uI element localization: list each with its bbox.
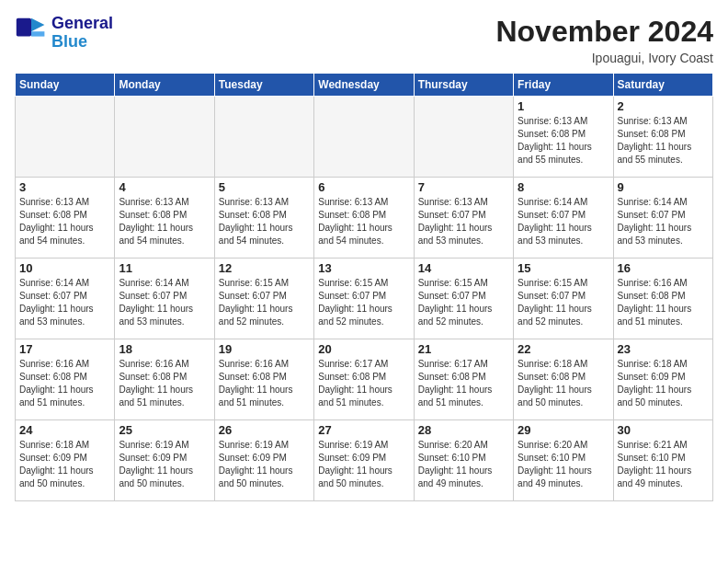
calendar-week-row: 3Sunrise: 6:13 AM Sunset: 6:08 PM Daylig… xyxy=(16,178,713,259)
calendar-cell: 24Sunrise: 6:18 AM Sunset: 6:09 PM Dayli… xyxy=(16,420,115,501)
day-info: Sunrise: 6:14 AM Sunset: 6:07 PM Dayligh… xyxy=(19,277,110,328)
calendar-cell: 1Sunrise: 6:13 AM Sunset: 6:08 PM Daylig… xyxy=(514,97,613,178)
calendar-cell: 29Sunrise: 6:20 AM Sunset: 6:10 PM Dayli… xyxy=(514,420,613,501)
day-info: Sunrise: 6:13 AM Sunset: 6:08 PM Dayligh… xyxy=(19,196,110,247)
weekday-header: Thursday xyxy=(414,74,513,97)
weekday-header: Saturday xyxy=(613,74,712,97)
calendar-cell: 22Sunrise: 6:18 AM Sunset: 6:08 PM Dayli… xyxy=(514,339,613,420)
day-info: Sunrise: 6:19 AM Sunset: 6:09 PM Dayligh… xyxy=(219,439,310,490)
calendar-cell: 2Sunrise: 6:13 AM Sunset: 6:08 PM Daylig… xyxy=(613,97,712,178)
logo-icon xyxy=(15,17,48,50)
calendar-cell: 17Sunrise: 6:16 AM Sunset: 6:08 PM Dayli… xyxy=(16,339,115,420)
day-number: 5 xyxy=(219,180,310,194)
page-header: General Blue November 2024 Ipouagui, Ivo… xyxy=(15,15,713,65)
day-info: Sunrise: 6:16 AM Sunset: 6:08 PM Dayligh… xyxy=(618,277,709,328)
day-info: Sunrise: 6:13 AM Sunset: 6:08 PM Dayligh… xyxy=(219,196,310,247)
svg-marker-2 xyxy=(31,31,44,36)
calendar-cell xyxy=(414,97,513,178)
day-info: Sunrise: 6:13 AM Sunset: 6:08 PM Dayligh… xyxy=(119,196,210,247)
weekday-header: Wednesday xyxy=(314,74,414,97)
calendar-week-row: 24Sunrise: 6:18 AM Sunset: 6:09 PM Dayli… xyxy=(16,420,713,501)
day-info: Sunrise: 6:15 AM Sunset: 6:07 PM Dayligh… xyxy=(219,277,310,328)
location: Ipouagui, Ivory Coast xyxy=(495,51,713,65)
day-number: 11 xyxy=(119,261,210,275)
calendar-cell: 20Sunrise: 6:17 AM Sunset: 6:08 PM Dayli… xyxy=(314,339,414,420)
svg-marker-1 xyxy=(31,18,44,31)
calendar-week-row: 1Sunrise: 6:13 AM Sunset: 6:08 PM Daylig… xyxy=(16,97,713,178)
day-info: Sunrise: 6:18 AM Sunset: 6:09 PM Dayligh… xyxy=(618,358,709,409)
day-number: 18 xyxy=(119,342,210,356)
calendar-cell: 15Sunrise: 6:15 AM Sunset: 6:07 PM Dayli… xyxy=(514,259,613,339)
calendar-cell: 7Sunrise: 6:13 AM Sunset: 6:07 PM Daylig… xyxy=(414,178,513,259)
day-info: Sunrise: 6:20 AM Sunset: 6:10 PM Dayligh… xyxy=(518,439,609,490)
calendar-cell: 6Sunrise: 6:13 AM Sunset: 6:08 PM Daylig… xyxy=(314,178,414,259)
day-number: 19 xyxy=(219,342,310,356)
day-number: 2 xyxy=(618,99,709,113)
day-number: 26 xyxy=(219,423,310,437)
calendar-week-row: 17Sunrise: 6:16 AM Sunset: 6:08 PM Dayli… xyxy=(16,339,713,420)
day-info: Sunrise: 6:17 AM Sunset: 6:08 PM Dayligh… xyxy=(318,358,409,409)
calendar-cell xyxy=(115,97,214,178)
day-info: Sunrise: 6:16 AM Sunset: 6:08 PM Dayligh… xyxy=(19,358,110,409)
day-number: 14 xyxy=(418,261,509,275)
calendar-cell: 12Sunrise: 6:15 AM Sunset: 6:07 PM Dayli… xyxy=(214,259,313,339)
calendar-cell: 28Sunrise: 6:20 AM Sunset: 6:10 PM Dayli… xyxy=(414,420,513,501)
day-info: Sunrise: 6:18 AM Sunset: 6:09 PM Dayligh… xyxy=(19,439,110,490)
calendar-cell: 4Sunrise: 6:13 AM Sunset: 6:08 PM Daylig… xyxy=(115,178,214,259)
day-info: Sunrise: 6:19 AM Sunset: 6:09 PM Dayligh… xyxy=(119,439,210,490)
day-info: Sunrise: 6:18 AM Sunset: 6:08 PM Dayligh… xyxy=(518,358,609,409)
calendar-cell: 10Sunrise: 6:14 AM Sunset: 6:07 PM Dayli… xyxy=(16,259,115,339)
day-info: Sunrise: 6:13 AM Sunset: 6:08 PM Dayligh… xyxy=(318,196,409,247)
day-info: Sunrise: 6:13 AM Sunset: 6:08 PM Dayligh… xyxy=(618,115,709,167)
logo-text: General Blue xyxy=(51,15,113,52)
day-info: Sunrise: 6:19 AM Sunset: 6:09 PM Dayligh… xyxy=(318,439,409,490)
calendar-cell xyxy=(16,97,115,178)
calendar-cell: 18Sunrise: 6:16 AM Sunset: 6:08 PM Dayli… xyxy=(115,339,214,420)
calendar-cell: 30Sunrise: 6:21 AM Sunset: 6:10 PM Dayli… xyxy=(613,420,712,501)
title-block: November 2024 Ipouagui, Ivory Coast xyxy=(495,15,713,65)
calendar-week-row: 10Sunrise: 6:14 AM Sunset: 6:07 PM Dayli… xyxy=(16,259,713,339)
calendar-cell: 8Sunrise: 6:14 AM Sunset: 6:07 PM Daylig… xyxy=(514,178,613,259)
calendar-cell xyxy=(214,97,313,178)
day-number: 25 xyxy=(119,423,210,437)
day-info: Sunrise: 6:14 AM Sunset: 6:07 PM Dayligh… xyxy=(518,196,609,247)
day-number: 27 xyxy=(318,423,409,437)
calendar-cell: 14Sunrise: 6:15 AM Sunset: 6:07 PM Dayli… xyxy=(414,259,513,339)
day-number: 8 xyxy=(518,180,609,194)
calendar-cell: 21Sunrise: 6:17 AM Sunset: 6:08 PM Dayli… xyxy=(414,339,513,420)
day-info: Sunrise: 6:13 AM Sunset: 6:08 PM Dayligh… xyxy=(518,115,609,167)
weekday-header: Friday xyxy=(514,74,613,97)
day-number: 28 xyxy=(418,423,509,437)
calendar-cell: 3Sunrise: 6:13 AM Sunset: 6:08 PM Daylig… xyxy=(16,178,115,259)
day-info: Sunrise: 6:15 AM Sunset: 6:07 PM Dayligh… xyxy=(318,277,409,328)
day-number: 29 xyxy=(518,423,609,437)
day-number: 17 xyxy=(19,342,110,356)
calendar-cell: 26Sunrise: 6:19 AM Sunset: 6:09 PM Dayli… xyxy=(214,420,313,501)
day-number: 4 xyxy=(119,180,210,194)
day-number: 1 xyxy=(518,99,609,113)
calendar: SundayMondayTuesdayWednesdayThursdayFrid… xyxy=(15,73,713,501)
weekday-header: Tuesday xyxy=(214,74,313,97)
weekday-header: Sunday xyxy=(16,74,115,97)
calendar-cell: 19Sunrise: 6:16 AM Sunset: 6:08 PM Dayli… xyxy=(214,339,313,420)
day-number: 16 xyxy=(618,261,709,275)
calendar-cell: 9Sunrise: 6:14 AM Sunset: 6:07 PM Daylig… xyxy=(613,178,712,259)
calendar-cell: 11Sunrise: 6:14 AM Sunset: 6:07 PM Dayli… xyxy=(115,259,214,339)
calendar-cell: 13Sunrise: 6:15 AM Sunset: 6:07 PM Dayli… xyxy=(314,259,414,339)
day-info: Sunrise: 6:17 AM Sunset: 6:08 PM Dayligh… xyxy=(418,358,509,409)
day-number: 21 xyxy=(418,342,509,356)
day-number: 24 xyxy=(19,423,110,437)
svg-rect-0 xyxy=(17,18,31,37)
day-number: 10 xyxy=(19,261,110,275)
weekday-header: Monday xyxy=(115,74,214,97)
day-info: Sunrise: 6:15 AM Sunset: 6:07 PM Dayligh… xyxy=(418,277,509,328)
calendar-cell: 25Sunrise: 6:19 AM Sunset: 6:09 PM Dayli… xyxy=(115,420,214,501)
day-number: 3 xyxy=(19,180,110,194)
day-info: Sunrise: 6:14 AM Sunset: 6:07 PM Dayligh… xyxy=(119,277,210,328)
calendar-cell xyxy=(314,97,414,178)
day-number: 7 xyxy=(418,180,509,194)
day-info: Sunrise: 6:21 AM Sunset: 6:10 PM Dayligh… xyxy=(618,439,709,490)
logo: General Blue xyxy=(15,15,113,52)
day-info: Sunrise: 6:15 AM Sunset: 6:07 PM Dayligh… xyxy=(518,277,609,328)
calendar-cell: 23Sunrise: 6:18 AM Sunset: 6:09 PM Dayli… xyxy=(613,339,712,420)
